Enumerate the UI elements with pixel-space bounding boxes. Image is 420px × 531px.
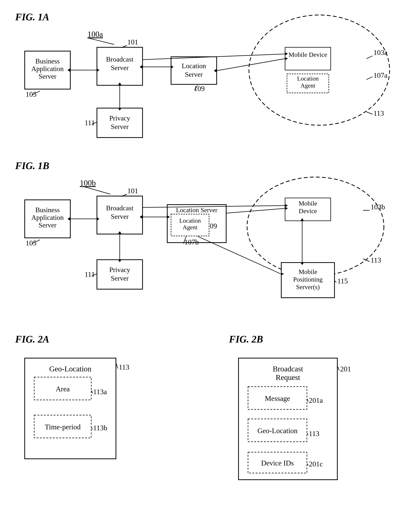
svg-text:Positioning: Positioning — [293, 276, 323, 283]
fig2a-container: FIG. 2A Geo-Location 113 Area 113a Time-… — [15, 334, 191, 492]
label-111-1b: 111 — [85, 270, 95, 278]
label-113-1a: 113 — [374, 109, 384, 117]
broadcast-server-text: Broadcast — [106, 56, 134, 63]
svg-text:Mobile: Mobile — [299, 200, 317, 207]
svg-text:Location: Location — [179, 217, 201, 224]
svg-line-69 — [116, 364, 118, 369]
label-105-1a: 105 — [26, 90, 36, 98]
label-113-1b: 113 — [371, 256, 381, 264]
svg-text:Application: Application — [31, 214, 64, 221]
label-105-1b: 105 — [26, 239, 36, 247]
svg-text:Privacy: Privacy — [109, 266, 130, 274]
svg-line-28 — [84, 187, 110, 194]
label-107b: 107b — [184, 238, 199, 246]
svg-text:Server: Server — [39, 73, 57, 80]
fig2b-container: FIG. 2B Broadcast Request 201 Message 20… — [229, 334, 405, 492]
device-ids-text: Device IDs — [261, 459, 294, 467]
label-201a: 201a — [309, 396, 323, 404]
svg-text:Server: Server — [185, 71, 203, 78]
svg-text:Location Server: Location Server — [176, 206, 218, 214]
privacy-server-text-1a: Privacy — [109, 114, 130, 122]
mobile-device-box-1a — [285, 47, 331, 70]
fig1a-container: FIG. 1A 100a Business Application Server… — [15, 11, 405, 145]
label-101-1a: 101 — [127, 38, 138, 46]
fig1a-diagram: 100a Business Application Server 105 Bro… — [15, 26, 405, 144]
fig2b-diagram: Broadcast Request 201 Message 201a Geo-L… — [229, 349, 372, 491]
fig2a-label: FIG. 2A — [15, 334, 191, 345]
svg-text:Agent: Agent — [300, 82, 315, 89]
location-agent-text-1a: Location — [297, 75, 319, 82]
area-text: Area — [56, 385, 70, 393]
svg-text:Request: Request — [276, 373, 300, 382]
svg-text:Server: Server — [111, 123, 129, 131]
fig2a-diagram: Geo-Location 113 Area 113a Time-period 1… — [15, 349, 148, 472]
label-113a: 113a — [93, 388, 107, 396]
label-101-1b: 101 — [127, 187, 138, 195]
svg-text:Server: Server — [111, 275, 129, 282]
label-201c: 201c — [309, 460, 323, 468]
mobile-device-circle-1b — [247, 177, 384, 276]
fig1b-label: FIG. 1B — [15, 160, 405, 171]
broadcast-request-title: Broadcast — [273, 365, 303, 373]
time-period-text: Time-period — [45, 423, 81, 431]
message-text: Message — [265, 394, 290, 402]
label-113-2b: 113 — [309, 429, 319, 438]
svg-text:Server: Server — [111, 64, 129, 72]
svg-text:Mobile: Mobile — [299, 268, 317, 275]
mobile-device-text-1a: Mobile Device — [289, 51, 327, 58]
svg-line-22 — [366, 112, 373, 114]
svg-text:Server(s): Server(s) — [296, 283, 320, 291]
geo-location-title: Geo-Location — [49, 365, 91, 373]
fig2b-label: FIG. 2B — [229, 334, 405, 345]
svg-text:Server: Server — [111, 213, 129, 220]
svg-text:Application: Application — [31, 65, 64, 73]
label-111-1a: 111 — [85, 119, 95, 127]
label-113b: 113b — [93, 424, 107, 432]
location-server-text-1a: Location — [182, 62, 206, 70]
label-115: 115 — [337, 277, 348, 285]
geo-location-text-2b: Geo-Location — [257, 427, 298, 435]
fig1b-container: FIG. 1B 100b Business Application Server… — [15, 160, 405, 318]
fig2-row: FIG. 2A Geo-Location 113 Area 113a Time-… — [15, 334, 405, 492]
svg-text:Broadcast: Broadcast — [106, 204, 134, 212]
svg-text:Agent: Agent — [183, 224, 197, 231]
business-app-server-text: Business — [35, 57, 60, 65]
svg-text:Device: Device — [299, 207, 317, 215]
svg-line-73 — [338, 367, 339, 370]
label-103a: 103a — [374, 48, 388, 57]
label-113-2a: 113 — [119, 363, 129, 371]
fig1a-diagram-label: 100a — [88, 30, 103, 39]
svg-line-0 — [88, 38, 114, 44]
fig1b-diagram: 100b Business Application Server 105 Bro… — [15, 175, 405, 318]
label-201: 201 — [340, 365, 351, 373]
svg-text:Server: Server — [39, 221, 57, 229]
svg-text:Business: Business — [35, 206, 60, 214]
geo-location-outer-box — [25, 358, 116, 459]
fig1b-diagram-label: 100b — [80, 178, 96, 187]
label-103b: 103b — [371, 203, 385, 211]
label-107a: 107a — [374, 71, 388, 79]
